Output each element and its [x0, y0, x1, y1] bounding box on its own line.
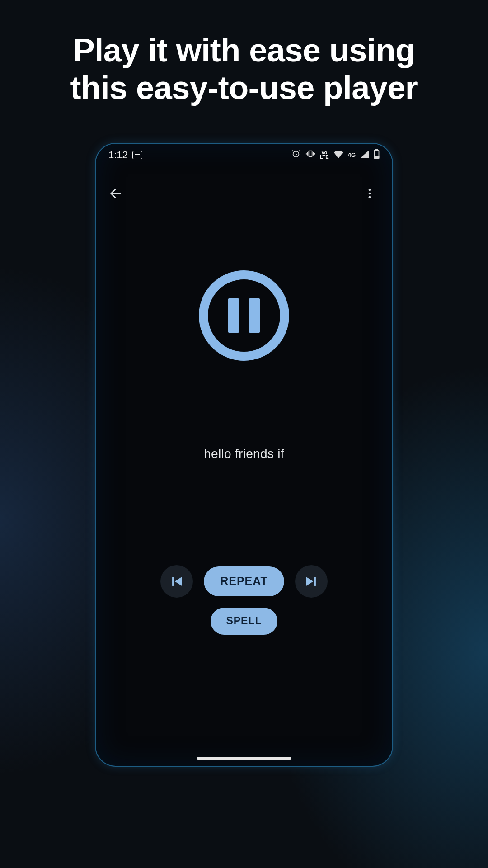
repeat-label: REPEAT [220, 575, 268, 588]
headline-line-2: this easy-to-use player [70, 69, 418, 107]
phone-frame: 1:12 Vo LTE 4G [95, 143, 393, 767]
repeat-button[interactable]: REPEAT [204, 566, 284, 596]
svg-point-9 [369, 196, 371, 198]
spell-button[interactable]: SPELL [211, 608, 277, 635]
status-right: Vo LTE 4G [291, 149, 380, 161]
player-content: hello friends if REPEAT SPELL [96, 212, 392, 766]
svg-rect-0 [135, 154, 140, 155]
spell-label: SPELL [226, 615, 262, 627]
spell-row: SPELL [211, 608, 277, 635]
svg-point-8 [369, 192, 371, 194]
signal-icon [360, 149, 369, 161]
arrow-left-icon [108, 186, 123, 201]
app-bar [96, 175, 392, 212]
caption-icon [132, 151, 142, 159]
back-button[interactable] [104, 182, 127, 205]
volte-icon: Vo LTE [320, 151, 329, 160]
svg-rect-3 [309, 151, 312, 156]
svg-rect-5 [376, 149, 378, 150]
next-button[interactable] [295, 565, 328, 598]
previous-button[interactable] [160, 565, 193, 598]
controls-row: REPEAT [160, 565, 328, 598]
gesture-bar[interactable] [197, 757, 291, 760]
svg-rect-1 [135, 156, 138, 156]
skip-previous-icon [169, 574, 184, 589]
alarm-icon [291, 149, 301, 161]
network-label: 4G [348, 151, 356, 158]
svg-rect-11 [314, 577, 315, 586]
wifi-icon [333, 149, 343, 161]
battery-icon [374, 149, 380, 161]
status-bar: 1:12 Vo LTE 4G [96, 144, 392, 166]
svg-rect-6 [375, 156, 379, 158]
more-button[interactable] [358, 182, 381, 205]
svg-point-7 [369, 189, 371, 191]
transcript-text: hello friends if [204, 447, 284, 461]
pause-icon [228, 298, 260, 333]
more-vertical-icon [363, 187, 376, 200]
vibrate-icon [305, 149, 315, 161]
svg-rect-10 [172, 577, 174, 586]
play-pause-button[interactable] [199, 270, 289, 361]
status-time: 1:12 [108, 149, 128, 161]
skip-next-icon [304, 574, 319, 589]
headline-line-1: Play it with ease using [70, 32, 418, 69]
promo-headline: Play it with ease using this easy-to-use… [70, 32, 418, 107]
status-left: 1:12 [108, 149, 142, 161]
